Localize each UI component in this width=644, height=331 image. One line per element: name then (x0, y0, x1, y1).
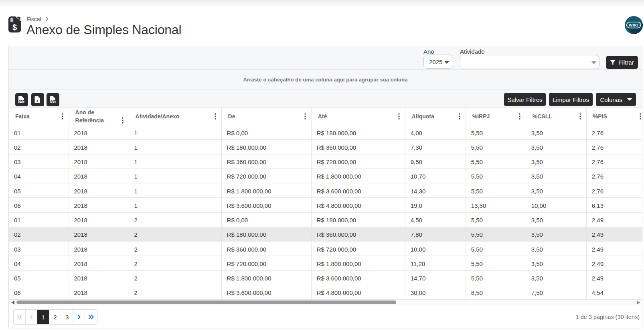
svg-text:PDF: PDF (19, 100, 25, 103)
svg-text:$: $ (12, 23, 17, 32)
svg-text:x: x (36, 99, 38, 103)
svg-text:WIKI: WIKI (629, 23, 638, 27)
svg-text:CSV: CSV (51, 100, 56, 103)
